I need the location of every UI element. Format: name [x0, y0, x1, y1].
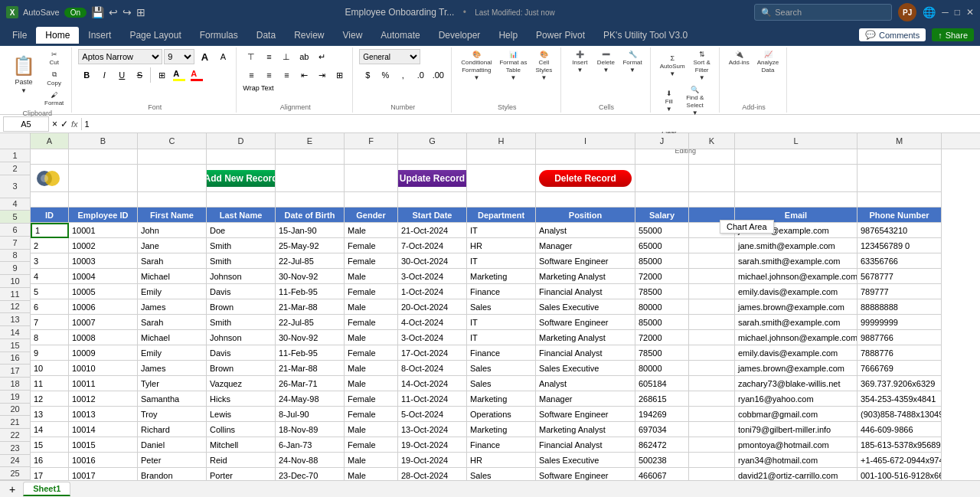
- bold-button[interactable]: B: [78, 67, 95, 83]
- cell-row9-col9[interactable]: 78500: [635, 284, 689, 299]
- cell-row6-col11[interactable]: jane.smith@example.com: [735, 238, 858, 253]
- cell-row6-col9[interactable]: 65000: [635, 238, 689, 253]
- cell-row8-col10[interactable]: [689, 269, 735, 284]
- cell-e2[interactable]: [276, 165, 345, 192]
- row-num-14[interactable]: 14: [0, 326, 30, 339]
- cell-row13-col7[interactable]: Finance: [467, 345, 536, 361]
- autosave-toggle[interactable]: On: [64, 8, 87, 18]
- copy-button[interactable]: ⧉Copy: [41, 69, 67, 88]
- cell-row15-col8[interactable]: Analyst: [536, 376, 635, 391]
- header-gender[interactable]: Gender: [345, 208, 398, 223]
- cell-row12-col10[interactable]: [689, 330, 735, 345]
- row-num-8[interactable]: 8: [0, 250, 30, 263]
- cell-row14-col1[interactable]: 10010: [69, 361, 138, 376]
- cell-j1[interactable]: [635, 149, 689, 165]
- cell-row13-col1[interactable]: 10009: [69, 345, 138, 361]
- wrap-text-button[interactable]: ↵: [313, 49, 330, 64]
- sort-filter-button[interactable]: ⇅ Sort & Filter ▼: [690, 49, 714, 83]
- cell-row11-col5[interactable]: Female: [345, 315, 398, 330]
- cell-row21-col2[interactable]: Brandon: [138, 468, 207, 480]
- row-num-15[interactable]: 15: [0, 339, 30, 352]
- cell-row18-col4[interactable]: 18-Nov-89: [276, 422, 345, 437]
- comments-button[interactable]: 💬 Comments: [859, 28, 926, 41]
- fx-icon[interactable]: fx: [71, 119, 78, 129]
- cell-row11-col4[interactable]: 22-Jul-85: [276, 315, 345, 330]
- cell-f2[interactable]: [345, 165, 398, 192]
- font-color-button[interactable]: A: [188, 67, 205, 83]
- cell-row21-col10[interactable]: [689, 468, 735, 480]
- cell-d2[interactable]: Add New Record: [207, 165, 276, 192]
- cell-row13-col9[interactable]: 78500: [635, 345, 689, 361]
- cell-row10-col0[interactable]: 6: [31, 299, 69, 315]
- update-record-button[interactable]: Update Record: [398, 170, 467, 187]
- cell-row16-col1[interactable]: 10012: [69, 391, 138, 407]
- cell-row9-col6[interactable]: 1-Oct-2024: [398, 284, 467, 299]
- cell-row11-col10[interactable]: [689, 315, 735, 330]
- cell-l3[interactable]: [735, 192, 858, 208]
- borders-button[interactable]: ⊞: [153, 67, 170, 83]
- cell-j3[interactable]: [635, 192, 689, 208]
- cell-row7-col10[interactable]: [689, 253, 735, 269]
- cell-row9-col1[interactable]: 10005: [69, 284, 138, 299]
- cell-row16-col3[interactable]: Hicks: [207, 391, 276, 407]
- align-bottom-button[interactable]: ⊥: [278, 49, 295, 64]
- cell-row7-col11[interactable]: sarah.smith@example.com: [735, 253, 858, 269]
- cell-row21-col9[interactable]: 466067: [635, 468, 689, 480]
- cell-row17-col4[interactable]: 8-Jul-90: [276, 407, 345, 422]
- cell-row15-col11[interactable]: zachary73@blake-willis.net: [735, 376, 858, 391]
- cell-row14-col10[interactable]: [689, 361, 735, 376]
- cell-g2[interactable]: Update Record: [398, 165, 467, 192]
- cell-row6-col3[interactable]: Smith: [207, 238, 276, 253]
- row-num-16[interactable]: 16: [0, 352, 30, 365]
- cell-row18-col8[interactable]: Marketing Analyst: [536, 422, 635, 437]
- tab-home[interactable]: Home: [36, 27, 79, 44]
- row-num-25[interactable]: 25: [0, 467, 30, 480]
- row-num-5[interactable]: 5: [0, 211, 30, 224]
- cell-row15-col5[interactable]: Male: [345, 376, 398, 391]
- cell-row8-col5[interactable]: Male: [345, 269, 398, 284]
- cell-row9-col7[interactable]: Finance: [467, 284, 536, 299]
- header-start-date[interactable]: Start Date: [398, 208, 467, 223]
- cell-row7-col6[interactable]: 30-Oct-2024: [398, 253, 467, 269]
- cell-row16-col5[interactable]: Female: [345, 391, 398, 407]
- cut-button[interactable]: ✂Cut: [41, 49, 67, 67]
- cell-row18-col12[interactable]: 446-609-9866: [858, 422, 942, 437]
- cell-row11-col12[interactable]: 99999999: [858, 315, 942, 330]
- row-num-20[interactable]: 20: [0, 404, 30, 417]
- cell-row13-col12[interactable]: 7888776: [858, 345, 942, 361]
- cell-row13-col0[interactable]: 9: [31, 345, 69, 361]
- cell-g3[interactable]: [398, 192, 467, 208]
- fill-button[interactable]: ⬇ Fill ▼: [657, 84, 681, 118]
- cell-row9-col11[interactable]: emily.davis@example.com: [735, 284, 858, 299]
- cell-row20-col1[interactable]: 10016: [69, 453, 138, 468]
- cell-a1[interactable]: [31, 149, 69, 165]
- cell-row7-col8[interactable]: Software Engineer: [536, 253, 635, 269]
- cell-row12-col8[interactable]: Marketing Analyst: [536, 330, 635, 345]
- cell-row11-col6[interactable]: 4-Oct-2024: [398, 315, 467, 330]
- cell-row5-col12[interactable]: 9876543210: [858, 223, 942, 238]
- cell-row6-col7[interactable]: HR: [467, 238, 536, 253]
- header-department[interactable]: Department: [467, 208, 536, 223]
- formula-input[interactable]: [85, 116, 977, 132]
- cell-row17-col1[interactable]: 10013: [69, 407, 138, 422]
- cell-row20-col3[interactable]: Reid: [207, 453, 276, 468]
- cell-row11-col7[interactable]: IT: [467, 315, 536, 330]
- cell-row15-col9[interactable]: 605184: [635, 376, 689, 391]
- orientation-button[interactable]: ab: [296, 49, 312, 64]
- cell-a3[interactable]: [31, 192, 69, 208]
- cell-row16-col7[interactable]: Marketing: [467, 391, 536, 407]
- row-num-4[interactable]: 4: [0, 198, 30, 211]
- cell-row19-col2[interactable]: Daniel: [138, 437, 207, 453]
- comma-button[interactable]: ,: [394, 67, 411, 83]
- col-header-h[interactable]: H: [467, 133, 536, 149]
- cell-row13-col3[interactable]: Davis: [207, 345, 276, 361]
- cell-c2[interactable]: [138, 165, 207, 192]
- cell-styles-button[interactable]: 🎨 Cell Styles ▼: [531, 49, 556, 83]
- cell-row7-col1[interactable]: 10003: [69, 253, 138, 269]
- cell-g1[interactable]: [398, 149, 467, 165]
- cell-row10-col5[interactable]: Male: [345, 299, 398, 315]
- cell-row21-col8[interactable]: Software Engineer: [536, 468, 635, 480]
- cell-row10-col6[interactable]: 20-Oct-2024: [398, 299, 467, 315]
- tab-insert[interactable]: Insert: [79, 27, 120, 44]
- cell-row20-col11[interactable]: ryan34@hotmail.com: [735, 453, 858, 468]
